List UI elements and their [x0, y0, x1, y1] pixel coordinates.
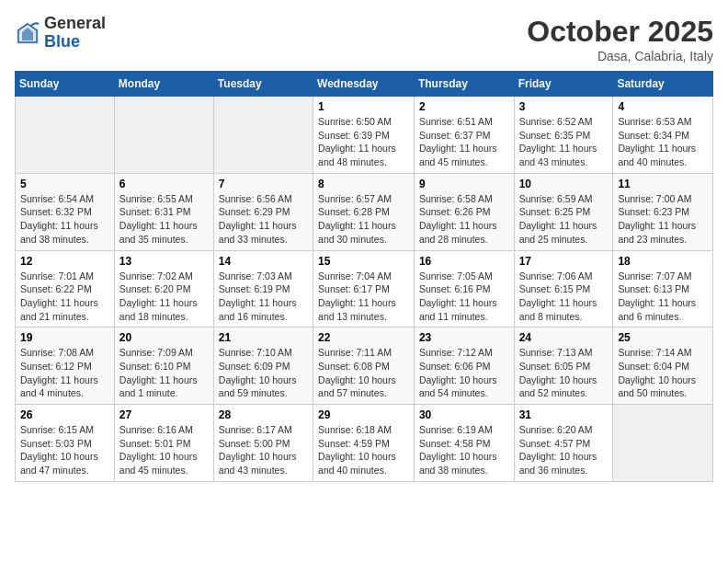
day-number: 27 [119, 408, 209, 421]
day-info: Sunrise: 6:59 AM Sunset: 6:25 PM Dayligh… [519, 192, 609, 247]
title-block: October 2025 Dasa, Calabria, Italy [527, 15, 713, 63]
calendar-week-row: 19Sunrise: 7:08 AM Sunset: 6:12 PM Dayli… [16, 327, 713, 405]
day-info: Sunrise: 7:08 AM Sunset: 6:12 PM Dayligh… [20, 346, 109, 400]
day-number: 12 [20, 255, 109, 268]
logo: General Blue [15, 15, 106, 52]
calendar-cell: 1Sunrise: 6:50 AM Sunset: 6:39 PM Daylig… [313, 97, 415, 174]
calendar-cell: 13Sunrise: 7:02 AM Sunset: 6:20 PM Dayli… [114, 250, 213, 327]
day-number: 1 [318, 100, 409, 113]
day-number: 19 [20, 331, 109, 344]
calendar-cell: 29Sunrise: 6:18 AM Sunset: 4:59 PM Dayli… [313, 405, 415, 482]
day-number: 4 [618, 100, 708, 113]
calendar-cell: 17Sunrise: 7:06 AM Sunset: 6:15 PM Dayli… [514, 250, 613, 327]
calendar-cell [613, 405, 713, 482]
day-info: Sunrise: 7:06 AM Sunset: 6:15 PM Dayligh… [519, 270, 609, 324]
day-number: 29 [318, 408, 409, 421]
logo-icon [15, 20, 40, 46]
day-info: Sunrise: 7:09 AM Sunset: 6:10 PM Dayligh… [119, 346, 209, 400]
day-info: Sunrise: 6:19 AM Sunset: 4:58 PM Dayligh… [419, 423, 509, 477]
day-number: 24 [519, 331, 609, 344]
calendar-cell: 6Sunrise: 6:55 AM Sunset: 6:31 PM Daylig… [114, 173, 213, 250]
day-info: Sunrise: 7:13 AM Sunset: 6:05 PM Dayligh… [519, 346, 609, 400]
calendar-cell: 27Sunrise: 6:16 AM Sunset: 5:01 PM Dayli… [114, 405, 213, 482]
day-info: Sunrise: 7:10 AM Sunset: 6:09 PM Dayligh… [219, 346, 308, 400]
calendar-cell: 20Sunrise: 7:09 AM Sunset: 6:10 PM Dayli… [114, 327, 213, 405]
calendar-cell: 15Sunrise: 7:04 AM Sunset: 6:17 PM Dayli… [313, 250, 415, 327]
day-info: Sunrise: 7:07 AM Sunset: 6:13 PM Dayligh… [618, 270, 708, 324]
calendar-cell: 22Sunrise: 7:11 AM Sunset: 6:08 PM Dayli… [313, 327, 415, 405]
calendar-cell: 23Sunrise: 7:12 AM Sunset: 6:06 PM Dayli… [414, 327, 514, 405]
day-number: 14 [219, 255, 308, 268]
calendar-cell: 9Sunrise: 6:58 AM Sunset: 6:26 PM Daylig… [414, 173, 514, 250]
day-info: Sunrise: 6:51 AM Sunset: 6:37 PM Dayligh… [419, 115, 509, 169]
calendar-cell [16, 97, 115, 174]
day-number: 9 [419, 178, 509, 190]
calendar-cell: 31Sunrise: 6:20 AM Sunset: 4:57 PM Dayli… [514, 405, 613, 482]
day-number: 7 [219, 178, 308, 190]
day-number: 17 [519, 255, 609, 268]
calendar-cell: 5Sunrise: 6:54 AM Sunset: 6:32 PM Daylig… [16, 173, 115, 250]
location-text: Dasa, Calabria, Italy [527, 49, 713, 63]
header-row: SundayMondayTuesdayWednesdayThursdayFrid… [16, 72, 713, 97]
day-number: 22 [318, 331, 409, 344]
day-number: 23 [419, 331, 509, 344]
calendar-cell: 2Sunrise: 6:51 AM Sunset: 6:37 PM Daylig… [414, 97, 514, 174]
calendar-cell: 24Sunrise: 7:13 AM Sunset: 6:05 PM Dayli… [514, 327, 613, 405]
day-number: 8 [318, 178, 409, 190]
day-info: Sunrise: 7:00 AM Sunset: 6:23 PM Dayligh… [618, 192, 708, 247]
calendar-cell: 11Sunrise: 7:00 AM Sunset: 6:23 PM Dayli… [613, 173, 713, 250]
weekday-header: Thursday [414, 72, 514, 97]
day-number: 28 [219, 408, 308, 421]
day-info: Sunrise: 6:56 AM Sunset: 6:29 PM Dayligh… [219, 192, 308, 247]
calendar-cell: 8Sunrise: 6:57 AM Sunset: 6:28 PM Daylig… [313, 173, 415, 250]
day-number: 13 [119, 255, 209, 268]
day-info: Sunrise: 7:05 AM Sunset: 6:16 PM Dayligh… [419, 270, 509, 324]
day-number: 5 [20, 178, 109, 190]
day-info: Sunrise: 6:18 AM Sunset: 4:59 PM Dayligh… [318, 423, 409, 477]
calendar-cell: 10Sunrise: 6:59 AM Sunset: 6:25 PM Dayli… [514, 173, 613, 250]
calendar-cell: 18Sunrise: 7:07 AM Sunset: 6:13 PM Dayli… [613, 250, 713, 327]
page-header: General Blue October 2025 Dasa, Calabria… [15, 15, 713, 63]
logo-blue-text: Blue [44, 32, 80, 51]
calendar-cell: 28Sunrise: 6:17 AM Sunset: 5:00 PM Dayli… [213, 405, 313, 482]
day-info: Sunrise: 7:11 AM Sunset: 6:08 PM Dayligh… [318, 346, 409, 400]
day-number: 31 [519, 408, 609, 421]
calendar-cell [114, 97, 213, 174]
calendar-cell: 16Sunrise: 7:05 AM Sunset: 6:16 PM Dayli… [414, 250, 514, 327]
day-number: 16 [419, 255, 509, 268]
day-info: Sunrise: 6:53 AM Sunset: 6:34 PM Dayligh… [618, 115, 708, 169]
calendar-week-row: 5Sunrise: 6:54 AM Sunset: 6:32 PM Daylig… [16, 173, 713, 250]
day-number: 15 [318, 255, 409, 268]
day-info: Sunrise: 7:02 AM Sunset: 6:20 PM Dayligh… [119, 270, 209, 324]
day-number: 30 [419, 408, 509, 421]
calendar-cell: 3Sunrise: 6:52 AM Sunset: 6:35 PM Daylig… [514, 97, 613, 174]
weekday-header: Sunday [16, 72, 115, 97]
day-info: Sunrise: 6:20 AM Sunset: 4:57 PM Dayligh… [519, 423, 609, 477]
logo-general-text: General [44, 14, 106, 32]
month-title: October 2025 [527, 15, 713, 49]
day-number: 10 [519, 178, 609, 190]
weekday-header: Wednesday [313, 72, 415, 97]
day-number: 11 [618, 178, 708, 190]
calendar-cell: 14Sunrise: 7:03 AM Sunset: 6:19 PM Dayli… [213, 250, 313, 327]
day-number: 25 [618, 331, 708, 344]
weekday-header: Monday [114, 72, 213, 97]
day-info: Sunrise: 6:50 AM Sunset: 6:39 PM Dayligh… [318, 115, 409, 169]
day-info: Sunrise: 7:01 AM Sunset: 6:22 PM Dayligh… [20, 270, 109, 324]
day-info: Sunrise: 6:52 AM Sunset: 6:35 PM Dayligh… [519, 115, 609, 169]
day-number: 6 [119, 178, 209, 190]
day-info: Sunrise: 6:58 AM Sunset: 6:26 PM Dayligh… [419, 192, 509, 247]
day-info: Sunrise: 7:03 AM Sunset: 6:19 PM Dayligh… [219, 270, 308, 324]
day-number: 21 [219, 331, 308, 344]
day-info: Sunrise: 7:04 AM Sunset: 6:17 PM Dayligh… [318, 270, 409, 324]
calendar-cell: 7Sunrise: 6:56 AM Sunset: 6:29 PM Daylig… [213, 173, 313, 250]
calendar-table: SundayMondayTuesdayWednesdayThursdayFrid… [15, 71, 713, 482]
weekday-header: Tuesday [213, 72, 313, 97]
calendar-cell: 30Sunrise: 6:19 AM Sunset: 4:58 PM Dayli… [414, 405, 514, 482]
day-number: 2 [419, 100, 509, 113]
calendar-cell: 19Sunrise: 7:08 AM Sunset: 6:12 PM Dayli… [16, 327, 115, 405]
calendar-cell: 12Sunrise: 7:01 AM Sunset: 6:22 PM Dayli… [16, 250, 115, 327]
calendar-cell: 21Sunrise: 7:10 AM Sunset: 6:09 PM Dayli… [213, 327, 313, 405]
weekday-header: Saturday [613, 72, 713, 97]
day-info: Sunrise: 6:55 AM Sunset: 6:31 PM Dayligh… [119, 192, 209, 247]
